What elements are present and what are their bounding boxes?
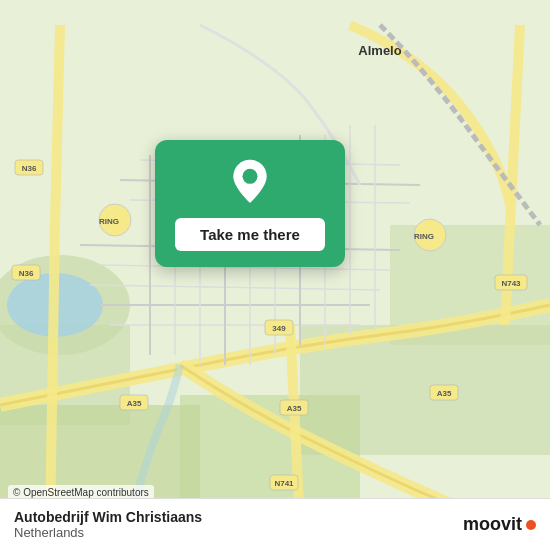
moovit-brand-text: moovit (463, 514, 522, 535)
svg-text:RING: RING (99, 217, 119, 226)
moovit-logo: moovit (463, 514, 536, 535)
take-me-there-button[interactable]: Take me there (175, 218, 325, 251)
bottom-bar: Autobedrijf Wim Christiaans Netherlands … (0, 498, 550, 550)
map-container: RING RING N36 N36 A35 A35 A35 N741 N743 … (0, 0, 550, 550)
svg-text:N36: N36 (19, 269, 34, 278)
moovit-dot-icon (526, 520, 536, 530)
svg-text:A35: A35 (437, 389, 452, 398)
location-info: Autobedrijf Wim Christiaans Netherlands (14, 509, 202, 540)
svg-text:Almelo: Almelo (358, 43, 401, 58)
svg-text:N741: N741 (274, 479, 294, 488)
svg-point-48 (243, 169, 258, 184)
svg-text:N743: N743 (501, 279, 521, 288)
location-country: Netherlands (14, 525, 202, 540)
map-background: RING RING N36 N36 A35 A35 A35 N741 N743 … (0, 0, 550, 550)
svg-text:A35: A35 (127, 399, 142, 408)
svg-text:N36: N36 (22, 164, 37, 173)
location-name: Autobedrijf Wim Christiaans (14, 509, 202, 525)
svg-text:RING: RING (414, 232, 434, 241)
action-card[interactable]: Take me there (155, 140, 345, 267)
svg-text:349: 349 (272, 324, 286, 333)
svg-text:A35: A35 (287, 404, 302, 413)
location-pin-icon (225, 158, 275, 208)
